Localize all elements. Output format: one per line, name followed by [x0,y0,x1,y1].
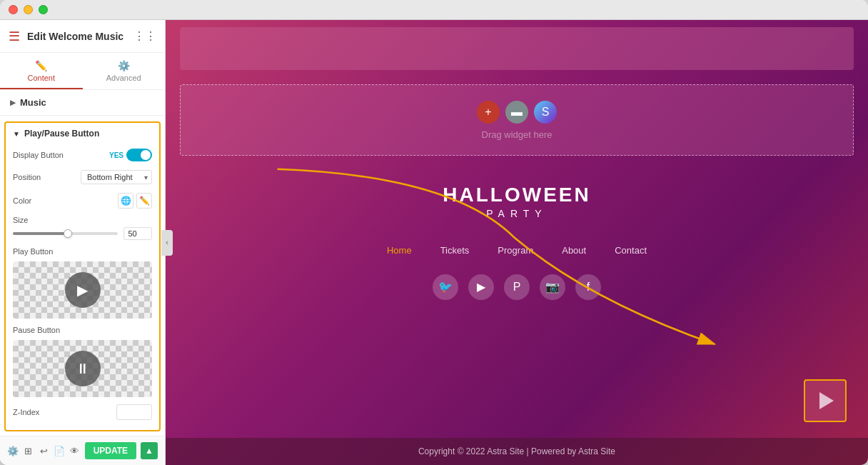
eye-icon[interactable]: 👁 [69,442,81,459]
add-widget-button[interactable]: + [477,101,500,124]
app-window: ☰ Edit Welcome Music ⋮⋮ ✏️ Content ⚙️ Ad… [0,0,868,465]
sidebar-content: ▶ Music ▼ Play/Pause Button Display Butt… [0,90,165,436]
position-select[interactable]: Bottom Right Bottom Left Top Right Top L… [81,170,152,184]
z-index-row: Z-Index [6,400,159,424]
nav-contact[interactable]: Contact [615,245,647,256]
elementor-widget-button[interactable]: S [534,101,557,124]
music-section-label: Music [20,97,46,108]
play-icon-circle: ▶ [65,272,101,308]
halloween-title: HALLOWEEN [443,184,590,206]
facebook-icon[interactable]: f [575,274,601,300]
sidebar-wrapper: ☰ Edit Welcome Music ⋮⋮ ✏️ Content ⚙️ Ad… [0,20,166,465]
size-slider[interactable] [13,232,118,235]
play-triangle-icon [819,392,834,409]
color-globe-button[interactable]: 🌐 [118,193,133,209]
pause-button-label: Pause Button [6,321,159,337]
color-pencil-button[interactable]: ✏️ [136,193,152,209]
sidebar: ☰ Edit Welcome Music ⋮⋮ ✏️ Content ⚙️ Ad… [0,20,166,465]
play-button-preview: ▶ [13,261,152,319]
sidebar-header: ☰ Edit Welcome Music ⋮⋮ [0,20,165,53]
nav-home[interactable]: Home [387,245,412,256]
music-arrow-icon: ▶ [10,99,16,106]
pause-button-checker: ⏸ [13,340,152,397]
tab-advanced[interactable]: ⚙️ Advanced [83,53,166,89]
color-controls: 🌐 ✏️ [118,193,152,209]
play-button-checker: ▶ [13,261,152,319]
color-row: Color 🌐 ✏️ [6,189,159,213]
position-label: Position [13,173,41,181]
maximize-button[interactable] [39,5,48,14]
z-index-label: Z-Index [13,408,39,416]
minimize-button[interactable] [24,5,33,14]
color-label: Color [13,196,31,205]
main-content: + ▬ S Drag widget here HALLOWEEN PARTY H… [166,20,868,465]
title-bar [0,0,868,20]
grid-icon[interactable]: ⋮⋮ [133,29,156,43]
instagram-icon[interactable]: 📷 [540,274,565,300]
pencil-icon: ✏️ [35,60,47,71]
pause-button-preview: ⏸ [13,340,152,397]
app-body: ☰ Edit Welcome Music ⋮⋮ ✏️ Content ⚙️ Ad… [0,20,868,465]
size-input[interactable]: 50 [123,227,152,240]
display-button-label: Display Button [13,151,64,159]
twitter-icon[interactable]: 🐦 [433,274,458,300]
position-row: Position Bottom Right Bottom Left Top Ri… [6,166,159,189]
folder-widget-button[interactable]: ▬ [505,101,528,124]
slider-thumb[interactable] [64,229,72,238]
play-pause-panel: ▼ Play/Pause Button Display Button YES [4,121,161,431]
z-index-input[interactable] [116,404,152,420]
display-button-toggle[interactable]: YES [109,149,152,161]
sidebar-footer: ⚙️ ⊞ ↩ 📄 👁 UPDATE ▲ [0,436,165,465]
toggle-track[interactable] [126,149,152,161]
pause-icon-circle: ⏸ [65,351,101,386]
social-bar: 🐦 ▶ P 📷 f [166,267,868,307]
play-button-widget[interactable] [804,379,847,422]
pinterest-icon[interactable]: P [504,274,530,300]
position-select-wrapper: Bottom Right Bottom Left Top Right Top L… [81,170,152,184]
gear-icon: ⚙️ [118,60,130,71]
nav-program[interactable]: Program [498,245,533,256]
slider-fill [13,232,66,235]
music-section-header[interactable]: ▶ Music [0,90,165,116]
nav-bar: Home Tickets Program About Contact [166,234,868,267]
settings-icon[interactable]: ⚙️ [7,442,19,459]
size-slider-wrapper: 50 [13,227,152,240]
widget-dropzone[interactable]: + ▬ S Drag widget here [180,84,854,156]
halloween-subtitle: PARTY [486,208,547,219]
history-icon[interactable]: ↩ [39,442,50,459]
youtube-icon[interactable]: ▶ [468,274,494,300]
widget-controls: + ▬ S [477,101,557,124]
size-label: Size [13,216,152,224]
site-footer: Copyright © 2022 Astra Site | Powered by… [166,438,868,465]
nav-tickets[interactable]: Tickets [440,245,470,256]
display-button-row: Display Button YES [6,144,159,166]
size-row: Size 50 [6,213,159,243]
update-button[interactable]: UPDATE [85,442,136,459]
top-widget-area [180,27,854,70]
drag-text: Drag widget here [482,129,552,140]
update-arrow-button[interactable]: ▲ [141,442,158,459]
nav-about[interactable]: About [562,245,586,256]
page-icon[interactable]: 📄 [54,442,65,459]
collapse-handle[interactable]: ‹ [161,230,173,256]
play-pause-label: Play/Pause Button [24,129,99,139]
sidebar-title: Edit Welcome Music [27,31,123,42]
tab-content[interactable]: ✏️ Content [0,53,83,89]
hamburger-icon[interactable]: ☰ [9,29,20,44]
sidebar-tabs: ✏️ Content ⚙️ Advanced [0,53,165,90]
tab-advanced-label: Advanced [106,74,141,82]
toggle-on-label: YES [109,151,123,159]
play-button-label: Play Button [6,243,159,259]
play-pause-header[interactable]: ▼ Play/Pause Button [6,123,159,144]
play-pause-arrow-icon: ▼ [13,130,20,138]
toggle-knob [141,150,151,160]
sidebar-header-left: ☰ Edit Welcome Music [9,29,123,44]
tab-content-label: Content [27,74,55,82]
close-button[interactable] [9,5,18,14]
copyright-text: Copyright © 2022 Astra Site | Powered by… [418,446,615,456]
halloween-section: HALLOWEEN PARTY [166,163,868,234]
responsive-icon[interactable]: ⊞ [23,442,34,459]
